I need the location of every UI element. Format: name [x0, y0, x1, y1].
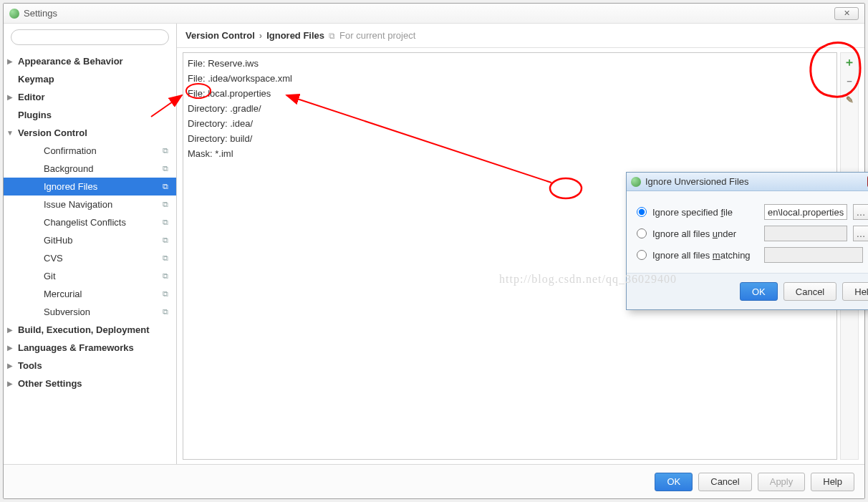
- copy-icon: ⧉: [159, 236, 172, 245]
- sidebar-item-version-control[interactable]: ▼Version Control: [4, 124, 176, 142]
- help-button[interactable]: Help: [811, 473, 854, 491]
- add-button[interactable]: ＋: [843, 56, 856, 69]
- sidebar-item-editor[interactable]: ▶Editor: [4, 88, 176, 106]
- dialog-app-icon: [631, 177, 641, 187]
- sidebar-item-label: Plugins: [16, 110, 172, 120]
- input-files-under[interactable]: [764, 226, 847, 241]
- list-item[interactable]: Mask: *.iml: [188, 146, 832, 161]
- caret-icon: ▶: [29, 201, 42, 208]
- sidebar-item-keymap[interactable]: ▶Keymap: [4, 70, 176, 88]
- dialog-title: Ignore Unversioned Files: [645, 176, 863, 187]
- dialog-help-button[interactable]: Help: [842, 282, 868, 301]
- sidebar-item-label: Appearance & Behavior: [16, 56, 172, 67]
- list-item[interactable]: Directory: build/: [188, 131, 832, 146]
- browse-dir-button[interactable]: …: [853, 226, 868, 241]
- sidebar-item-github[interactable]: ▶GitHub⧉: [4, 231, 176, 249]
- input-specified-file[interactable]: [764, 204, 847, 220]
- sidebar-item-build-execution-deployment[interactable]: ▶Build, Execution, Deployment: [4, 321, 176, 339]
- list-item[interactable]: File: .idea/workspace.xml: [188, 71, 832, 86]
- sidebar-item-label: Confirmation: [42, 145, 159, 156]
- title-bar: Settings ✕: [4, 4, 864, 24]
- sidebar-item-label: Editor: [16, 92, 172, 102]
- caret-icon: ▶: [29, 147, 42, 155]
- sidebar-item-label: Git: [42, 271, 159, 281]
- app-icon: [9, 9, 19, 19]
- copy-icon: ⧉: [159, 164, 172, 173]
- caret-icon: ▶: [29, 236, 42, 244]
- sidebar-item-label: GitHub: [42, 235, 159, 246]
- caret-icon: ▶: [29, 218, 42, 226]
- label-files-matching: Ignore all files matching: [652, 250, 758, 261]
- sidebar-item-appearance-behavior[interactable]: ▶Appearance & Behavior: [4, 52, 176, 70]
- window-close-button[interactable]: ✕: [834, 7, 859, 20]
- sidebar-item-label: Keymap: [16, 74, 172, 85]
- caret-icon: ▶: [29, 290, 42, 298]
- list-item[interactable]: File: local.properties: [188, 86, 832, 101]
- apply-button[interactable]: Apply: [758, 473, 806, 491]
- search-input[interactable]: [11, 29, 169, 45]
- sidebar-item-mercurial[interactable]: ▶Mercurial⧉: [4, 285, 176, 303]
- caret-icon: ▶: [4, 93, 16, 101]
- caret-icon: ▶: [29, 308, 42, 316]
- sidebar-item-label: Changelist Conflicts: [42, 217, 159, 228]
- sidebar-item-languages-frameworks[interactable]: ▶Languages & Frameworks: [4, 339, 176, 357]
- ignore-unversioned-dialog: Ignore Unversioned Files ✕ Ignore specif…: [626, 172, 868, 310]
- sidebar-item-label: Version Control: [16, 127, 172, 138]
- sidebar-item-label: Background: [42, 163, 159, 174]
- caret-icon: ▶: [29, 272, 42, 280]
- caret-icon: ▼: [4, 129, 16, 137]
- caret-icon: ▶: [4, 380, 16, 387]
- copy-icon: ⧉: [159, 182, 172, 191]
- sidebar-item-changelist-conflicts[interactable]: ▶Changelist Conflicts⧉: [4, 213, 176, 231]
- sidebar-item-background[interactable]: ▶Background⧉: [4, 160, 176, 178]
- sidebar-item-label: Build, Execution, Deployment: [16, 324, 172, 335]
- label-files-under: Ignore all files under: [652, 228, 758, 239]
- list-item[interactable]: File: Reserve.iws: [188, 56, 832, 71]
- list-item[interactable]: Directory: .idea/: [188, 116, 832, 131]
- sidebar-item-other-settings[interactable]: ▶Other Settings: [4, 375, 176, 392]
- caret-icon: ▶: [29, 254, 42, 262]
- sidebar-item-cvs[interactable]: ▶CVS⧉: [4, 249, 176, 267]
- settings-sidebar: ⌕ ▶Appearance & Behavior▶Keymap▶Editor▶P…: [4, 24, 177, 464]
- dialog-cancel-button[interactable]: Cancel: [783, 282, 836, 301]
- window-title: Settings: [24, 8, 57, 19]
- copy-icon: ⧉: [159, 218, 172, 227]
- radio-files-under[interactable]: [637, 228, 647, 238]
- input-files-matching[interactable]: [764, 247, 863, 263]
- sidebar-item-git[interactable]: ▶Git⧉: [4, 267, 176, 285]
- scope-label: For current project: [339, 30, 415, 41]
- list-item[interactable]: Directory: .gradle/: [188, 101, 832, 116]
- sidebar-item-label: Ignored Files: [42, 181, 159, 192]
- sidebar-item-label: Tools: [16, 360, 172, 371]
- caret-icon: ▶: [4, 326, 16, 334]
- browse-file-button[interactable]: …: [853, 204, 868, 220]
- radio-files-matching[interactable]: [637, 250, 647, 260]
- remove-button[interactable]: −: [843, 74, 856, 87]
- ok-button[interactable]: OK: [655, 473, 693, 491]
- copy-icon: ⧉: [159, 146, 172, 155]
- cancel-button[interactable]: Cancel: [698, 473, 751, 491]
- sidebar-item-label: Languages & Frameworks: [16, 342, 172, 353]
- breadcrumb: Version Control › Ignored Files ⧉ For cu…: [177, 24, 864, 48]
- caret-icon: ▶: [4, 362, 16, 370]
- copy-icon: ⧉: [159, 307, 172, 317]
- sidebar-item-issue-navigation[interactable]: ▶Issue Navigation⧉: [4, 196, 176, 213]
- dialog-titlebar: Ignore Unversioned Files ✕: [627, 173, 868, 191]
- sidebar-item-label: Mercurial: [42, 289, 159, 299]
- caret-icon: ▶: [4, 57, 16, 65]
- dialog-ok-button[interactable]: OK: [740, 282, 778, 301]
- radio-specified-file[interactable]: [637, 207, 647, 217]
- copy-icon: ⧉: [159, 271, 172, 281]
- copy-icon: ⧉: [159, 200, 172, 209]
- breadcrumb-leaf: Ignored Files: [266, 30, 324, 41]
- settings-footer: OK Cancel Apply Help: [4, 464, 864, 498]
- sidebar-item-confirmation[interactable]: ▶Confirmation⧉: [4, 142, 176, 160]
- sidebar-item-ignored-files[interactable]: ▶Ignored Files⧉: [4, 178, 176, 196]
- sidebar-item-plugins[interactable]: ▶Plugins: [4, 106, 176, 124]
- edit-button[interactable]: ✎: [843, 93, 856, 106]
- breadcrumb-root[interactable]: Version Control: [185, 30, 255, 41]
- caret-icon: ▶: [4, 344, 16, 352]
- sidebar-item-subversion[interactable]: ▶Subversion⧉: [4, 303, 176, 321]
- caret-icon: ▶: [29, 165, 42, 173]
- sidebar-item-tools[interactable]: ▶Tools: [4, 357, 176, 375]
